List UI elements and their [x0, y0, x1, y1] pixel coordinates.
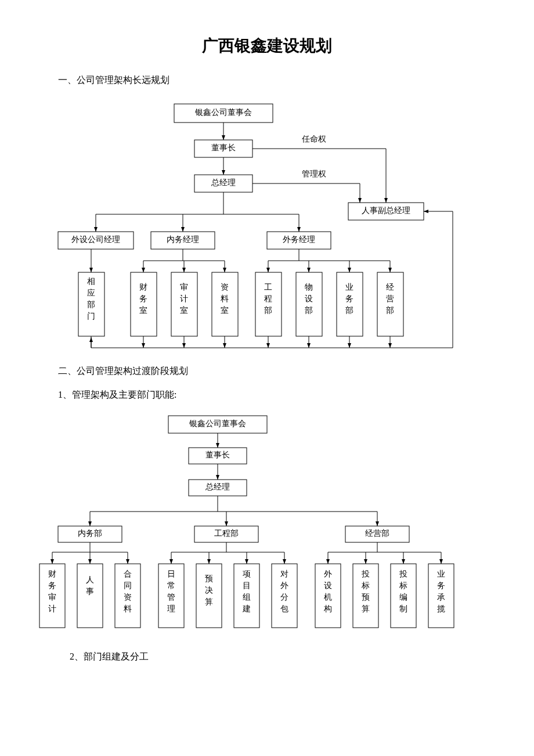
- c2-top: 银鑫公司董事会: [189, 419, 246, 428]
- section-2-heading: 二、公司管理架构过渡阶段规划: [58, 365, 522, 377]
- sub-2-2: 2、部门组建及分工: [70, 651, 522, 663]
- anno-appoint: 任命权: [301, 135, 326, 143]
- svg-rect-14: [377, 272, 403, 336]
- section-1-heading: 一、公司管理架构长远规划: [58, 74, 522, 87]
- svg-rect-13: [337, 272, 363, 336]
- c1-d1: 财务室: [139, 283, 147, 315]
- org-chart-1: 银鑫公司董事会 董事长 总经理 人事副总经理 外设公司经理 内务经理 外务经理 …: [46, 98, 488, 359]
- c2-l4: 预决算: [205, 574, 213, 606]
- c1-d3: 资料室: [221, 283, 229, 315]
- page-title: 广西银鑫建设规划: [12, 35, 522, 57]
- c1-d5: 物设部: [305, 283, 313, 315]
- svg-rect-8: [131, 272, 157, 336]
- svg-rect-9: [171, 272, 197, 336]
- org-chart-2: 银鑫公司董事会 董事长 总经理 内务部 工程部 经营部: [35, 413, 499, 639]
- svg-rect-10: [212, 272, 238, 336]
- c1-out-mgr: 外务经理: [283, 235, 315, 244]
- c1-d6: 业务部: [345, 283, 353, 315]
- c2-div2: 经营部: [365, 529, 389, 538]
- c2-chairman: 董事长: [205, 451, 230, 459]
- c1-gm: 总经理: [211, 178, 236, 187]
- c1-ext-mgr: 外设公司经理: [71, 235, 120, 244]
- c2-div1: 工程部: [214, 529, 239, 538]
- c1-chairman: 董事长: [211, 143, 236, 152]
- c1-d2: 审计室: [180, 283, 188, 315]
- c2-div0: 内务部: [78, 529, 102, 538]
- svg-rect-12: [296, 272, 322, 336]
- c1-d4: 工程部: [264, 283, 272, 315]
- c1-top: 银鑫公司董事会: [194, 108, 252, 117]
- c1-depts: [78, 272, 403, 336]
- sub-2-1: 1、管理架构及主要部门职能:: [58, 389, 522, 401]
- svg-rect-11: [255, 272, 282, 336]
- svg-rect-84: [196, 564, 222, 628]
- c1-int-mgr: 内务经理: [167, 235, 199, 244]
- c2-gm: 总经理: [205, 483, 230, 491]
- c1-hrvp: 人事副总经理: [362, 206, 410, 215]
- svg-rect-81: [77, 564, 103, 628]
- anno-manage: 管理权: [302, 170, 326, 178]
- c1-d7: 经营部: [386, 283, 394, 315]
